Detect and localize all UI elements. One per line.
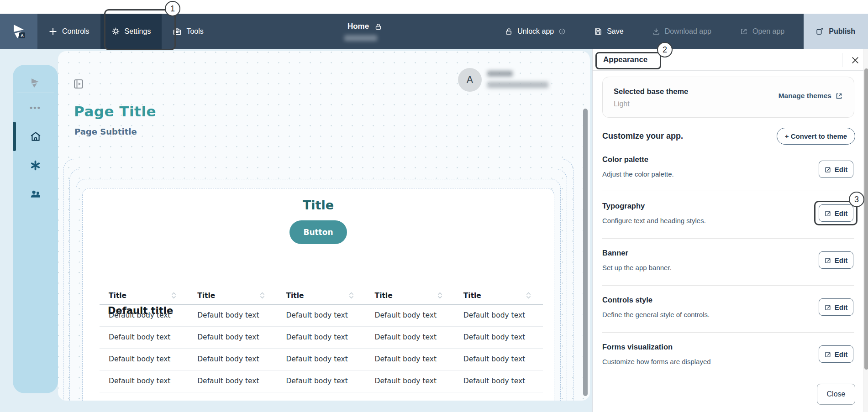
settings-menu-item[interactable]: Settings [100, 14, 162, 49]
sidebar-item-home[interactable] [13, 130, 58, 142]
sort-icon[interactable] [526, 292, 531, 299]
sidebar-toggle-icon[interactable] [73, 78, 84, 89]
table-column-header[interactable]: Title [188, 287, 277, 304]
sort-icon[interactable] [349, 292, 354, 299]
sidebar-more-item[interactable]: ••• [13, 103, 58, 113]
page-subtext-redacted [344, 35, 377, 41]
section-subtitle-forms-visualization: Customize how forms are displayed [602, 358, 711, 365]
table-cell: Default body text [188, 326, 277, 348]
table-cell: Default body text [188, 348, 277, 370]
table-cell: Default body text [454, 370, 543, 392]
column-label: Title [197, 292, 215, 300]
open-app-label: Open app [752, 27, 784, 36]
close-icon [851, 56, 860, 65]
table-column-header[interactable]: Title [277, 287, 365, 304]
edit-typography-button[interactable]: Edit [819, 204, 853, 222]
column-label: Title [375, 292, 393, 300]
section-subtitle-banner: Set up the app banner. [602, 264, 672, 271]
publish-icon [815, 27, 824, 36]
external-link-icon [740, 27, 748, 36]
edit-controls-style-button[interactable]: Edit [819, 298, 853, 316]
open-app-button[interactable]: Open app [729, 14, 795, 49]
section-subtitle-color-palette: Adjust the color palette. [602, 170, 674, 178]
home-icon [30, 130, 42, 142]
section-title-forms-visualization: Forms visualization [602, 343, 673, 351]
save-icon [594, 27, 602, 36]
publish-button[interactable]: Publish [804, 14, 868, 49]
page-subtitle: Page Subtitle [74, 127, 137, 136]
column-label: Title [109, 292, 126, 300]
table-cell: Default body text [277, 370, 365, 392]
table-cell: Default body text [277, 326, 365, 348]
edit-icon [825, 304, 831, 311]
sort-icon[interactable] [437, 292, 442, 299]
plus-icon [48, 27, 58, 36]
info-icon[interactable] [558, 28, 566, 35]
app-builder-screen: A Controls Settings [0, 0, 868, 412]
table-cell: Default body text [277, 304, 365, 326]
edit-color-palette-button[interactable]: Edit [819, 161, 853, 178]
edit-banner-button[interactable]: Edit [819, 251, 853, 269]
download-app-button[interactable]: Download app [641, 14, 722, 49]
sort-icon[interactable] [260, 292, 265, 299]
table-cell: Default body text [366, 348, 454, 370]
lock-icon [374, 23, 382, 31]
sidebar-item-apps[interactable] [13, 160, 58, 171]
panel-title: Appearance [603, 55, 647, 64]
table-header-row: TitleTitleTitleTitleTitle [100, 287, 543, 304]
app-logo[interactable]: A [0, 14, 37, 49]
top-toolbar: A Controls Settings [0, 14, 868, 49]
table-cell: Default body text [454, 304, 543, 326]
panel-scrollbar[interactable] [863, 49, 868, 412]
sidebar-item-users[interactable] [13, 188, 58, 200]
section-divider [602, 238, 854, 239]
publish-label: Publish [829, 27, 855, 36]
save-button[interactable]: Save [583, 14, 634, 49]
content-card-widget[interactable]: Title Button Default title TitleTitleTit… [82, 188, 554, 401]
manage-themes-label: Manage themes [779, 92, 831, 100]
card-title: Title [83, 198, 554, 212]
section-title-banner: Banner [602, 249, 628, 257]
table-column-header[interactable]: Title [100, 287, 188, 304]
section-subtitle-typography: Configure text and heading styles. [602, 217, 706, 224]
download-icon [652, 27, 660, 36]
table-row[interactable]: Default body textDefault body textDefaul… [100, 370, 543, 392]
toolbar-actions: Unlock app Save [494, 14, 868, 49]
section-divider [602, 332, 854, 333]
current-page-tab[interactable]: Home [340, 14, 390, 49]
page-title: Page Title [74, 103, 156, 120]
avatar: A [458, 68, 482, 92]
tools-menu-item[interactable]: Tools [162, 14, 214, 49]
table-cell: Default body text [366, 304, 454, 326]
table-row[interactable]: Default body textDefault body textDefaul… [100, 348, 543, 370]
close-panel-button[interactable] [848, 53, 862, 67]
sort-icon[interactable] [171, 292, 176, 299]
table-row[interactable]: Default body textDefault body textDefaul… [100, 304, 543, 326]
table-row[interactable]: Default body textDefault body textDefaul… [100, 326, 543, 348]
unlock-app-button[interactable]: Unlock app [494, 14, 577, 49]
panel-scrollbar-thumb[interactable] [864, 68, 868, 370]
table-cell: Default body text [277, 348, 365, 370]
unlock-label: Unlock app [517, 27, 554, 36]
manage-themes-link[interactable]: Manage themes [779, 92, 843, 100]
close-button[interactable]: Close [817, 384, 855, 405]
tools-label: Tools [186, 27, 203, 36]
card-button[interactable]: Button [289, 220, 347, 244]
asterisk-icon [30, 160, 41, 171]
settings-label: Settings [125, 27, 151, 36]
table-cell: Default body text [188, 304, 277, 326]
controls-menu-item[interactable]: Controls [37, 14, 100, 49]
gear-icon [111, 27, 120, 36]
convert-to-theme-button[interactable]: + Convert to theme [777, 128, 855, 145]
edit-forms-visualization-button[interactable]: Edit [819, 345, 853, 363]
canvas-scrollbar[interactable] [583, 109, 588, 396]
user-avatar-widget[interactable]: A [458, 68, 548, 92]
edit-icon [825, 210, 831, 217]
base-theme-label: Selected base theme [614, 87, 688, 96]
external-link-icon [835, 92, 843, 100]
users-icon [29, 188, 42, 200]
table-column-header[interactable]: Title [454, 287, 543, 304]
data-table[interactable]: TitleTitleTitleTitleTitleDefault body te… [100, 287, 543, 392]
table-column-header[interactable]: Title [366, 287, 454, 304]
app-canvas[interactable]: Page Title Page Subtitle A Title Button … [58, 51, 590, 401]
